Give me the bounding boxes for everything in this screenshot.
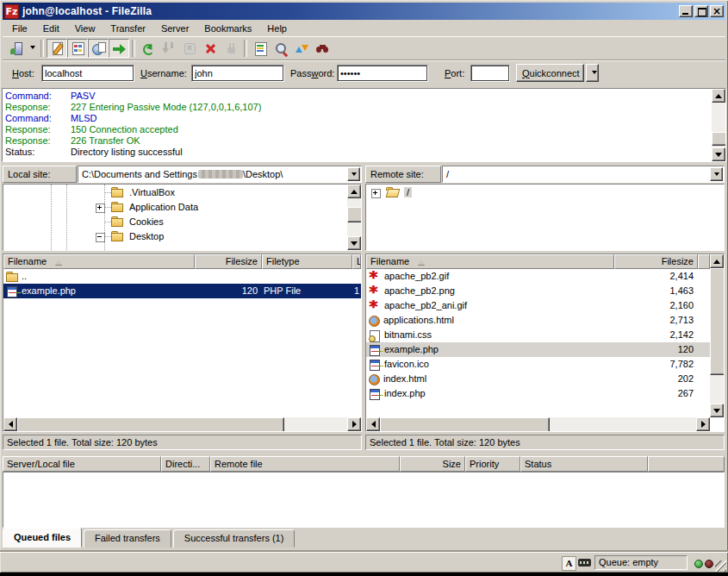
scroll-right-button[interactable]: [347, 417, 361, 431]
column-header-filename[interactable]: Filename: [3, 254, 195, 269]
menu-item-view[interactable]: View: [67, 22, 103, 35]
column-header-directi-[interactable]: Directi...: [161, 456, 210, 472]
local-tree-item[interactable]: Cookies: [3, 215, 347, 229]
site-manager-button[interactable]: [6, 39, 27, 58]
menu-item-transfer[interactable]: Transfer: [103, 22, 153, 35]
scroll-left-button[interactable]: [366, 417, 380, 431]
remote-vscrollbar[interactable]: [710, 254, 724, 417]
menu-item-help[interactable]: Help: [259, 22, 295, 35]
column-header-priority[interactable]: Priority: [465, 456, 520, 472]
file-row[interactable]: apache_pb2_ani.gif2,160: [366, 298, 710, 313]
quickconnect-dropdown-button[interactable]: [586, 64, 599, 82]
remote-site-combo[interactable]: /: [442, 166, 725, 183]
scrollbar-thumb[interactable]: [710, 268, 725, 375]
remote-tree-item[interactable]: /: [366, 185, 724, 200]
local-tree-item[interactable]: Desktop: [3, 229, 347, 244]
scrollbar-thumb[interactable]: [712, 132, 726, 146]
file-row[interactable]: favicon.ico7,782: [366, 357, 710, 372]
remote-hscrollbar[interactable]: [366, 417, 710, 431]
menu-item-server[interactable]: Server: [153, 22, 196, 35]
tab-failed-transfers[interactable]: Failed transfers: [84, 529, 171, 548]
tab-queued-files[interactable]: Queued files: [3, 528, 82, 548]
scroll-up-button[interactable]: [347, 185, 361, 198]
log-line: Response:227 Entering Passive Mode (127,…: [5, 102, 723, 113]
file-row[interactable]: index.html202: [366, 372, 710, 386]
file-name: example.php: [384, 342, 439, 357]
compare-button[interactable]: [271, 39, 291, 58]
file-row[interactable]: index.php267: [366, 386, 710, 401]
expand-icon[interactable]: [371, 189, 381, 198]
menu-item-edit[interactable]: Edit: [35, 22, 67, 35]
local-tree-item[interactable]: Application Data: [3, 200, 347, 215]
column-header-filetype[interactable]: Filetype: [262, 254, 352, 269]
toggle-queue-button[interactable]: [109, 39, 129, 58]
local-site-combo[interactable]: C:\Documents and Settings\Desktop\: [78, 166, 362, 183]
expand-icon[interactable]: [96, 203, 105, 213]
local-tree-item[interactable]: .VirtualBox: [3, 185, 347, 200]
maximize-button[interactable]: [694, 5, 708, 17]
menu-item-bookmarks[interactable]: Bookmarks: [196, 22, 259, 35]
file-row[interactable]: apache_pb2.gif2,414: [366, 269, 710, 284]
collapse-icon[interactable]: [96, 233, 105, 242]
column-header-spacer[interactable]: [648, 456, 725, 472]
process-queue-button[interactable]: [159, 39, 179, 58]
column-header-status[interactable]: Status: [520, 456, 648, 472]
log-line: Response:150 Connection accepted: [5, 124, 723, 135]
column-header-l[interactable]: L: [352, 254, 361, 269]
scroll-down-button[interactable]: [347, 236, 361, 250]
find-button[interactable]: [312, 39, 333, 58]
column-header-server-local-file[interactable]: Server/Local file: [3, 456, 161, 472]
scrollbar-thumb[interactable]: [347, 207, 362, 222]
file-name-cell: bitnami.css: [366, 328, 614, 342]
username-input[interactable]: [191, 65, 284, 82]
host-input[interactable]: [41, 65, 134, 82]
column-header-size[interactable]: Size: [400, 456, 465, 472]
tree-line: [104, 192, 111, 193]
log-scrollbar[interactable]: [712, 89, 725, 161]
file-row[interactable]: ..: [3, 269, 361, 284]
scroll-down-button[interactable]: [712, 147, 725, 161]
file-row[interactable]: bitnami.css2,142: [366, 328, 710, 342]
local-site-dropdown-button[interactable]: [347, 167, 360, 181]
resize-grip[interactable]: [715, 560, 726, 572]
reconnect-button[interactable]: [221, 39, 241, 58]
scroll-up-button[interactable]: [710, 254, 724, 268]
filter-button[interactable]: [250, 39, 271, 58]
column-header-filesize[interactable]: Filesize: [195, 254, 262, 269]
site-manager-dropdown-button[interactable]: [27, 39, 38, 58]
column-header-filename[interactable]: Filename: [366, 254, 614, 269]
toggle-local-tree-button[interactable]: [67, 39, 88, 58]
scroll-up-button[interactable]: [712, 89, 725, 103]
file-row[interactable]: apache_pb2.png1,463: [366, 284, 710, 298]
port-input[interactable]: [470, 65, 510, 82]
file-pad-cell: [698, 284, 710, 298]
refresh-button[interactable]: [138, 39, 159, 58]
close-button[interactable]: ×: [710, 5, 724, 17]
column-header-remote-file[interactable]: Remote file: [210, 456, 400, 472]
local-tree-scrollbar[interactable]: [347, 185, 361, 250]
menu-item-file[interactable]: File: [4, 22, 35, 35]
toggle-remote-tree-button[interactable]: [88, 39, 109, 58]
cancel-button[interactable]: [179, 39, 200, 58]
remote-site-dropdown-button[interactable]: [710, 167, 723, 181]
file-row[interactable]: example.php120: [366, 342, 710, 357]
quickconnect-button[interactable]: Quickconnect: [516, 64, 584, 82]
sync-browsing-button[interactable]: [291, 39, 312, 58]
scrollbar-thumb[interactable]: [380, 417, 550, 432]
column-header-filesize[interactable]: Filesize: [614, 254, 698, 269]
scroll-left-button[interactable]: [3, 417, 17, 431]
file-row[interactable]: applications.html2,713: [366, 313, 710, 328]
toggle-log-button[interactable]: [47, 39, 67, 58]
local-hscrollbar[interactable]: [3, 417, 361, 431]
column-header-spacer[interactable]: [698, 254, 710, 269]
password-input[interactable]: [337, 65, 428, 82]
minimize-button[interactable]: [679, 5, 693, 17]
log-message: 226 Transfer OK: [71, 135, 140, 146]
file-size-cell: [195, 269, 262, 284]
scroll-right-button[interactable]: [696, 417, 710, 431]
disconnect-button[interactable]: [200, 39, 221, 58]
scrollbar-thumb[interactable]: [17, 417, 284, 432]
tab-successful-transfers-1-[interactable]: Successful transfers (1): [173, 529, 296, 548]
scroll-down-button[interactable]: [710, 404, 724, 417]
file-row[interactable]: example.php120PHP File1: [3, 284, 361, 298]
